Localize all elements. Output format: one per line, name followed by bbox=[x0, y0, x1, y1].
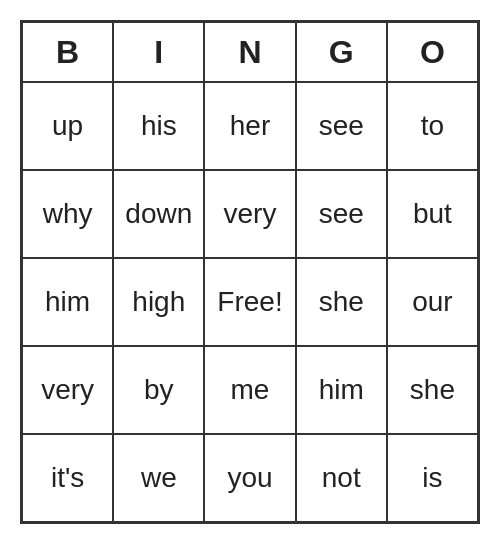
header-cell-i: I bbox=[113, 22, 204, 82]
bingo-card: BINGO uphisherseetowhydownveryseebuthimh… bbox=[20, 20, 480, 524]
bingo-row-1: uphisherseeto bbox=[22, 82, 478, 170]
bingo-cell-r3-c3: Free! bbox=[204, 258, 295, 346]
bingo-cell-r1-c3: her bbox=[204, 82, 295, 170]
bingo-cell-r4-c2: by bbox=[113, 346, 204, 434]
bingo-cell-r5-c5: is bbox=[387, 434, 478, 522]
bingo-cell-r2-c3: very bbox=[204, 170, 295, 258]
bingo-cell-r5-c2: we bbox=[113, 434, 204, 522]
bingo-cell-r4-c5: she bbox=[387, 346, 478, 434]
bingo-cell-r3-c5: our bbox=[387, 258, 478, 346]
bingo-row-2: whydownveryseebut bbox=[22, 170, 478, 258]
header-cell-b: B bbox=[22, 22, 113, 82]
bingo-cell-r1-c4: see bbox=[296, 82, 387, 170]
bingo-row-5: it'sweyounotis bbox=[22, 434, 478, 522]
header-cell-n: N bbox=[204, 22, 295, 82]
bingo-cell-r3-c1: him bbox=[22, 258, 113, 346]
bingo-cell-r4-c3: me bbox=[204, 346, 295, 434]
bingo-cell-r4-c4: him bbox=[296, 346, 387, 434]
bingo-row-4: verybymehimshe bbox=[22, 346, 478, 434]
bingo-cell-r2-c4: see bbox=[296, 170, 387, 258]
bingo-cell-r2-c1: why bbox=[22, 170, 113, 258]
header-cell-o: O bbox=[387, 22, 478, 82]
bingo-cell-r1-c1: up bbox=[22, 82, 113, 170]
bingo-cell-r3-c4: she bbox=[296, 258, 387, 346]
header-cell-g: G bbox=[296, 22, 387, 82]
header-row: BINGO bbox=[22, 22, 478, 82]
bingo-cell-r3-c2: high bbox=[113, 258, 204, 346]
bingo-cell-r2-c2: down bbox=[113, 170, 204, 258]
bingo-cell-r5-c1: it's bbox=[22, 434, 113, 522]
bingo-cell-r4-c1: very bbox=[22, 346, 113, 434]
bingo-row-3: himhighFree!sheour bbox=[22, 258, 478, 346]
bingo-cell-r2-c5: but bbox=[387, 170, 478, 258]
bingo-cell-r1-c5: to bbox=[387, 82, 478, 170]
bingo-cell-r5-c4: not bbox=[296, 434, 387, 522]
bingo-cell-r1-c2: his bbox=[113, 82, 204, 170]
bingo-cell-r5-c3: you bbox=[204, 434, 295, 522]
